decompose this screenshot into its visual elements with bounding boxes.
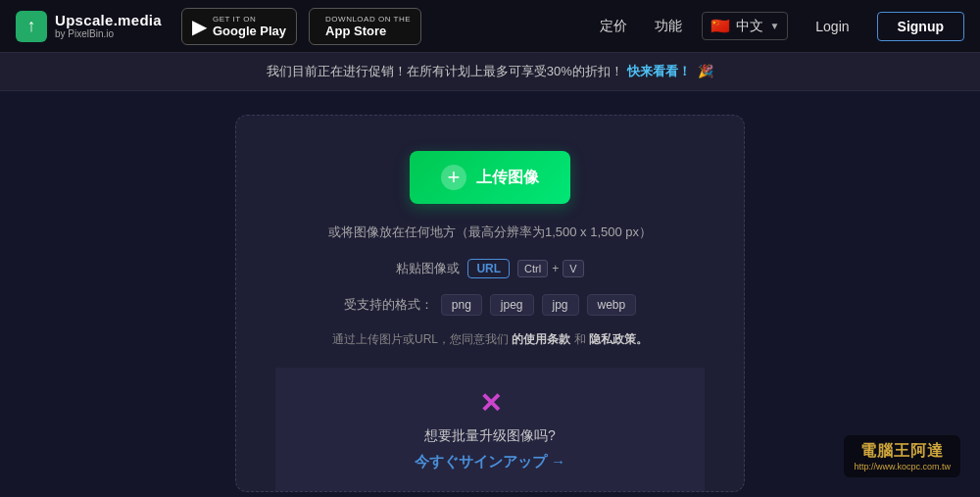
paste-row: 粘贴图像或 URL Ctrl + V (396, 259, 583, 278)
nav-pricing[interactable]: 定价 (592, 14, 635, 39)
drop-hint: 或将图像放在任何地方（最高分辨率为1,500 x 1,500 px） (328, 224, 652, 241)
format-png: png (441, 294, 482, 316)
nav-features[interactable]: 功能 (647, 14, 690, 39)
formats-row: 受支持的格式： png jpeg jpg webp (344, 294, 636, 316)
upload-card: + 上传图像 或将图像放在任何地方（最高分辨率为1,500 x 1,500 px… (235, 115, 745, 492)
batch-text: 想要批量升级图像吗? (424, 427, 556, 445)
paste-label: 粘贴图像或 (396, 260, 460, 277)
google-play-icon: ▶ (192, 17, 207, 36)
promo-link[interactable]: 快来看看！ (627, 64, 691, 78)
terms-link-1[interactable]: 的使用条款 (512, 332, 570, 346)
upload-button[interactable]: + 上传图像 (410, 151, 570, 204)
main-area: + 上传图像 或将图像放在任何地方（最高分辨率为1,500 x 1,500 px… (0, 91, 980, 497)
lang-name: 中文 (736, 18, 763, 35)
terms-mid: 和 (574, 332, 586, 346)
app-store-button[interactable]: Download on the App Store (309, 8, 421, 45)
lang-flag: 🇨🇳 (710, 17, 730, 35)
header: ↑ Upscale.media by PixelBin.io ▶ GET IT … (0, 0, 980, 53)
v-key: V (563, 260, 583, 277)
format-jpeg: jpeg (490, 294, 534, 316)
promo-emoji: 🎉 (698, 64, 713, 78)
terms-link-2[interactable]: 隐私政策。 (589, 332, 648, 346)
upload-button-label: 上传图像 (476, 168, 539, 188)
formats-label: 受支持的格式： (344, 296, 433, 314)
language-selector[interactable]: 🇨🇳 中文 ▼ (702, 12, 788, 40)
url-badge[interactable]: URL (467, 259, 510, 278)
format-webp: webp (587, 294, 637, 316)
signup-promo-link[interactable]: 今すぐサインアップ → (415, 453, 565, 472)
logo-text: Upscale.media (55, 13, 162, 29)
google-play-button[interactable]: ▶ GET IT ON Google Play (181, 8, 297, 45)
chevron-down-icon: ▼ (769, 21, 779, 31)
logo-area: ↑ Upscale.media by PixelBin.io (16, 11, 162, 42)
plus-separator: + (552, 262, 559, 275)
terms-prefix: 通过上传图片或URL，您同意我们 (332, 332, 512, 346)
ctrl-key: Ctrl (517, 260, 548, 277)
signup-button[interactable]: Signup (877, 12, 964, 41)
pixelate-icon: ✕ (479, 387, 502, 420)
bottom-promo: ✕ 想要批量升级图像吗? 今すぐサインアップ → (275, 368, 705, 491)
login-button[interactable]: Login (800, 13, 864, 40)
logo-text-area: Upscale.media by PixelBin.io (55, 13, 162, 40)
logo-sub: by PixelBin.io (55, 28, 162, 39)
app-store-text: Download on the App Store (325, 15, 411, 38)
keyboard-hint: Ctrl + V (517, 260, 583, 277)
google-play-text: GET IT ON Google Play (213, 15, 286, 38)
terms-text: 通过上传图片或URL，您同意我们 的使用条款 和 隐私政策。 (332, 331, 648, 348)
plus-icon: + (441, 165, 466, 190)
logo-icon: ↑ (16, 11, 47, 42)
promo-bar: 我们目前正在进行促销！在所有计划上最多可享受30%的折扣！ 快来看看！ 🎉 (0, 53, 980, 91)
format-jpg: jpg (542, 294, 579, 316)
promo-message: 我们目前正在进行促销！在所有计划上最多可享受30%的折扣！ (267, 64, 623, 78)
